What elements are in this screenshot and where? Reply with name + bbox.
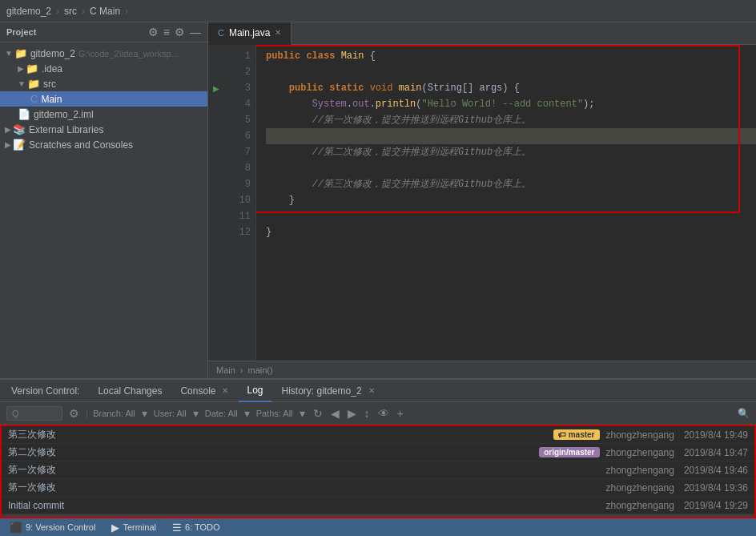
- sep3: ›: [125, 6, 128, 17]
- tab-main-java[interactable]: C Main.java ✕: [208, 22, 292, 45]
- tab-label: Console: [180, 385, 215, 397]
- next-icon[interactable]: ▶: [346, 407, 358, 420]
- tab-history[interactable]: History: gitdemo_2 ✕: [274, 380, 384, 402]
- tab-label: Version Control:: [11, 385, 79, 397]
- breadcrumb: gitdemo_2 › src › C Main ›: [6, 6, 130, 17]
- commit-message: 第三次修改: [8, 428, 168, 441]
- main-layout: Project ⚙ ≡ ⚙ — ▼ 📁 gitdemo_2 G:\code_2\…: [0, 22, 756, 378]
- tab-version-control[interactable]: Version Control:: [3, 380, 88, 402]
- eye-icon[interactable]: 👁: [376, 407, 391, 420]
- commit-date: 2019/8/4 19:29: [684, 500, 748, 511]
- tree-item-scratches[interactable]: ▶ 📝 Scratches and Consoles: [0, 137, 207, 152]
- tab-label: History: gitdemo_2: [282, 385, 362, 397]
- breadcrumb-main-method[interactable]: main(): [248, 365, 273, 375]
- sidebar-icons: ⚙ ≡ ⚙ —: [148, 26, 201, 38]
- tree-label: Scratches and Consoles: [29, 139, 133, 151]
- left-gutter: ▶: [208, 45, 224, 361]
- code-line-3: public static void main(String[] args) {: [266, 80, 756, 96]
- library-icon: 📚: [13, 123, 26, 135]
- expand-arrow: ▶: [5, 125, 11, 134]
- editor-tabs: C Main.java ✕: [208, 22, 756, 45]
- java-file-icon: C: [30, 93, 38, 105]
- code-line-7: //第二次修改，提交并推送到远程Github仓库上。: [266, 144, 756, 160]
- code-line-4: System.out.println("Hello World! --add c…: [266, 96, 756, 112]
- status-todo[interactable]: ☰ 6: TODO: [169, 522, 223, 534]
- user-label: User: All: [154, 409, 187, 418]
- java-tab-icon: C: [218, 28, 224, 38]
- minimize-icon[interactable]: —: [190, 26, 201, 38]
- tab-local-changes[interactable]: Local Changes: [90, 380, 171, 402]
- tab-console[interactable]: Console ✕: [172, 380, 237, 402]
- log-row[interactable]: 第二次修改 origin/master zhongzhengang 2019/8…: [2, 444, 754, 461]
- tree-label: Main: [41, 94, 62, 105]
- code-line-9: //第三次修改，提交并推送到远程Github仓库上。: [266, 176, 756, 192]
- code-editor[interactable]: public class Main { public static void m…: [256, 45, 756, 361]
- expand-arrow: ▼: [5, 49, 13, 58]
- breadcrumb-gitdemo[interactable]: gitdemo_2: [6, 6, 51, 17]
- expand-arrow: ▶: [18, 64, 24, 73]
- code-line-10: }: [266, 192, 756, 208]
- sep1: ›: [56, 6, 59, 17]
- editor-breadcrumb: Main › main(): [208, 361, 756, 378]
- bottom-tabs: Version Control: Local Changes Console ✕…: [0, 380, 756, 402]
- date-down-icon[interactable]: ▾: [243, 407, 251, 420]
- tree-label: .idea: [42, 63, 62, 75]
- commit-author: zhongzhengang: [606, 447, 674, 458]
- commit-author: zhongzhengang: [606, 465, 674, 476]
- sort-icon[interactable]: ↕: [363, 407, 372, 420]
- bottom-toolbar: ⚙ | Branch: All ▾ User: All ▾ Date: All …: [0, 402, 756, 425]
- history-close-icon[interactable]: ✕: [368, 386, 375, 395]
- log-row[interactable]: Initial commit zhongzhengang 2019/8/4 19…: [2, 497, 754, 514]
- status-version-control[interactable]: ⬛ 9: Version Control: [6, 522, 99, 534]
- tree-item-extlibs[interactable]: ▶ 📚 External Libraries: [0, 122, 207, 137]
- commit-message: Initial commit: [8, 500, 168, 511]
- date-label: Date: All: [205, 409, 238, 418]
- breadcrumb-src[interactable]: src: [64, 6, 77, 17]
- status-terminal[interactable]: ▶ Terminal: [108, 522, 159, 534]
- search-right-icon[interactable]: 🔍: [738, 408, 750, 419]
- tree-item-gitdemo[interactable]: ▼ 📁 gitdemo_2 G:\code_2\idea_worksp...: [0, 46, 207, 61]
- settings-icon[interactable]: ⚙: [175, 26, 185, 38]
- sidebar-title: Project: [6, 27, 36, 37]
- branch-label: Branch: All: [93, 409, 135, 418]
- gear-icon[interactable]: ⚙: [148, 26, 159, 38]
- user-down-icon[interactable]: ▾: [191, 407, 200, 420]
- paths-down-icon[interactable]: ▾: [298, 407, 307, 420]
- commit-message: 第一次修改: [8, 463, 168, 477]
- plus-icon[interactable]: +: [396, 407, 405, 420]
- commit-message: 第一次修改: [8, 481, 168, 494]
- commit-date: 2019/8/4 19:36: [684, 482, 748, 494]
- bottom-panel: Version Control: Local Changes Console ✕…: [0, 378, 756, 518]
- gutter-12: [208, 224, 224, 240]
- log-row[interactable]: 第三次修改 🏷 master zhongzhengang 2019/8/4 19…: [2, 426, 754, 444]
- tab-log[interactable]: Log: [239, 380, 271, 402]
- breadcrumb-main-class[interactable]: Main: [216, 365, 235, 375]
- tree-label: gitdemo_2.iml: [34, 109, 94, 120]
- breadcrumb-main[interactable]: C Main: [90, 6, 120, 17]
- console-close-icon[interactable]: ✕: [222, 386, 228, 395]
- code-line-1: public class Main {: [266, 48, 756, 64]
- search-input[interactable]: [6, 406, 62, 421]
- tree-item-src[interactable]: ▼ 📁 src: [0, 76, 207, 91]
- tab-label: Main.java: [229, 27, 270, 38]
- iml-file-icon: 📄: [18, 108, 30, 120]
- tab-label: Local Changes: [98, 385, 162, 397]
- terminal-icon: ▶: [111, 522, 119, 534]
- gutter-run-3[interactable]: ▶: [208, 80, 224, 96]
- refresh-icon[interactable]: ↻: [312, 407, 324, 420]
- list-icon[interactable]: ≡: [163, 26, 170, 38]
- log-row[interactable]: 第一次修改 zhongzhengang 2019/8/4 19:36: [2, 479, 754, 497]
- tree-path: G:\code_2\idea_worksp...: [78, 49, 179, 58]
- tree-item-idea[interactable]: ▶ 📁 .idea: [0, 61, 207, 76]
- sidebar: Project ⚙ ≡ ⚙ — ▼ 📁 gitdemo_2 G:\code_2\…: [0, 22, 208, 378]
- tree-item-iml[interactable]: 📄 gitdemo_2.iml: [0, 107, 207, 122]
- gutter-4: [208, 96, 224, 112]
- prev-icon[interactable]: ◀: [329, 407, 341, 420]
- editor-content: ▶ 1234 5678 9101112 public cl: [208, 45, 756, 361]
- branch-down-icon[interactable]: ▾: [140, 407, 149, 420]
- tab-close-icon[interactable]: ✕: [275, 28, 281, 37]
- tree-item-main[interactable]: C Main: [0, 91, 207, 107]
- log-row[interactable]: 第一次修改 zhongzhengang 2019/8/4 19:46: [2, 461, 754, 479]
- settings-tb-icon[interactable]: ⚙: [67, 407, 81, 420]
- log-list: 第三次修改 🏷 master zhongzhengang 2019/8/4 19…: [2, 426, 754, 514]
